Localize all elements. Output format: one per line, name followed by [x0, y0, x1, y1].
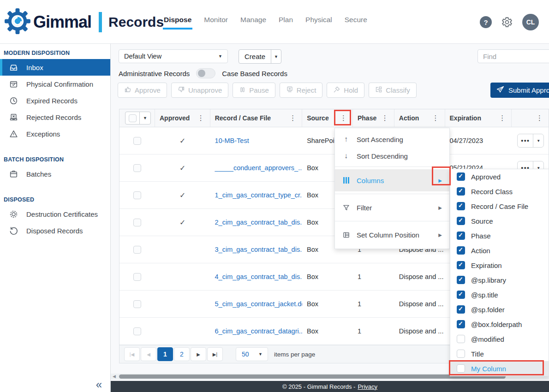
hold-button[interactable]: Hold — [327, 83, 364, 98]
select-all-control[interactable]: ▼ — [125, 112, 151, 125]
source-column-menu-icon[interactable]: ⋮ — [338, 114, 349, 122]
select-all-caret-icon[interactable]: ▼ — [139, 112, 150, 124]
nav-tab-physical[interactable]: Physical — [305, 16, 332, 30]
nav-tab-manage[interactable]: Manage — [240, 16, 266, 30]
checked-checkbox-icon[interactable] — [457, 217, 465, 225]
nav-tab-monitor[interactable]: Monitor — [204, 16, 228, 30]
checked-checkbox-icon[interactable] — [457, 305, 465, 314]
record-link[interactable]: 1_cim_gas_contract_type_cr... — [215, 191, 303, 199]
checked-checkbox-icon[interactable] — [457, 187, 465, 196]
row-actions-column-menu-icon[interactable]: ⋮ — [534, 114, 545, 122]
settings-gear-icon[interactable] — [501, 16, 513, 28]
record-link[interactable]: 4_cim_gas_contract_tab_dis... — [215, 273, 303, 280]
create-button[interactable]: Create ▼ — [239, 49, 281, 64]
record-link[interactable]: 6_cim_gas_contract_datagri... — [215, 327, 303, 335]
menu-item-filter[interactable]: Filter ▶ — [335, 196, 449, 219]
record-link[interactable]: 3_cim_gas_contract_tab_dis... — [215, 246, 303, 253]
column-toggle-phase[interactable]: Phase — [450, 228, 549, 243]
unapprove-button[interactable]: Unapprove — [171, 83, 228, 98]
column-toggle-sp-folder[interactable]: @sp.folder — [450, 302, 549, 317]
first-page-button[interactable]: |◀ — [124, 347, 140, 361]
row-checkbox[interactable] — [133, 246, 141, 254]
column-toggle-action[interactable]: Action — [450, 243, 549, 258]
row-checkbox[interactable] — [133, 327, 141, 335]
checked-checkbox-icon[interactable] — [457, 232, 465, 240]
find-input[interactable] — [477, 49, 549, 63]
sidebar-item-physical-confirmation[interactable]: Physical Confirmation — [0, 76, 110, 92]
row-checkbox[interactable] — [133, 219, 141, 226]
action-column-menu-icon[interactable]: ⋮ — [430, 114, 441, 122]
checked-checkbox-icon[interactable] — [457, 320, 465, 328]
reject-button[interactable]: Reject — [280, 83, 323, 98]
pause-button[interactable]: Pause — [233, 83, 275, 98]
page-size-dropdown[interactable]: 50 ▼ — [236, 347, 268, 361]
column-toggle-source[interactable]: Source — [450, 214, 549, 228]
checked-checkbox-icon[interactable] — [457, 246, 465, 255]
row-checkbox[interactable] — [133, 191, 141, 199]
menu-item-sort-descending[interactable]: ↓ Sort Descending — [335, 148, 449, 164]
sidebar-item-batches[interactable]: Batches — [0, 166, 110, 182]
column-toggle-sp-title[interactable]: @sp.title — [450, 287, 549, 302]
classify-button[interactable]: Classify — [369, 83, 417, 98]
record-link[interactable]: _____conduent_approvers_... — [215, 164, 303, 172]
sidebar-item-disposed-records[interactable]: Disposed Records — [0, 222, 110, 239]
column-toggle-approved[interactable]: Approved — [450, 169, 549, 184]
column-toggle-my-column[interactable]: My Column — [450, 361, 549, 376]
scrollbar-thumb[interactable] — [119, 374, 506, 379]
sidebar-item-rejected-records[interactable]: Rejected Records — [0, 109, 110, 125]
row-menu-button[interactable]: ●●● ▼ — [517, 134, 544, 148]
nav-tab-secure[interactable]: Secure — [345, 16, 367, 30]
menu-item-set-column-position[interactable]: Set Column Position ▶ — [335, 224, 449, 246]
sidebar-collapse-icon[interactable]: « — [96, 378, 102, 391]
record-link[interactable]: 5_cim_gas_contract_jacket.dql — [215, 300, 303, 308]
row-checkbox[interactable] — [133, 300, 141, 308]
unchecked-checkbox-icon[interactable] — [457, 335, 465, 343]
record-link[interactable]: 10-MB-Test — [215, 137, 249, 144]
checked-checkbox-icon[interactable] — [457, 276, 465, 284]
last-page-button[interactable]: ▶| — [207, 347, 223, 361]
checked-checkbox-icon[interactable] — [457, 261, 465, 269]
previous-page-button[interactable]: ◀ — [141, 347, 156, 361]
column-toggle-title[interactable]: Title — [450, 346, 549, 361]
submit-approval-button[interactable]: Submit Approval — [490, 83, 549, 98]
expiration-column-menu-icon[interactable]: ⋮ — [497, 114, 507, 122]
column-toggle-record-class[interactable]: Record Class — [450, 184, 549, 199]
row-checkbox[interactable] — [133, 164, 141, 172]
column-toggle-expiration[interactable]: Expiration — [450, 258, 549, 273]
approved-column-menu-icon[interactable]: ⋮ — [196, 114, 206, 122]
scroll-left-icon[interactable]: ◀ — [113, 374, 116, 379]
column-toggle-box-folderpath[interactable]: @box.folderpath — [450, 317, 549, 332]
approve-button[interactable]: Approve — [118, 83, 167, 98]
page-1-button[interactable]: 1 — [157, 347, 173, 361]
nav-tab-dispose[interactable]: Dispose — [164, 16, 191, 30]
column-toggle-record-case-file[interactable]: Record / Case File — [450, 199, 549, 214]
sidebar-item-inbox[interactable]: Inbox — [0, 59, 110, 76]
unchecked-checkbox-icon[interactable] — [457, 364, 465, 373]
create-dropdown-caret[interactable]: ▼ — [271, 50, 281, 63]
menu-item-sort-ascending[interactable]: ↑ Sort Ascending — [335, 131, 449, 148]
record-link[interactable]: 2_cim_gas_contract_tab_dis... — [215, 219, 303, 226]
checked-checkbox-icon[interactable] — [457, 291, 465, 299]
row-menu-caret-icon[interactable]: ▼ — [533, 134, 543, 147]
column-toggle-sp-library[interactable]: @sp.library — [450, 273, 549, 287]
unchecked-checkbox-icon[interactable] — [457, 350, 465, 358]
row-checkbox[interactable] — [133, 137, 141, 145]
view-select-dropdown[interactable]: Default View ▼ — [119, 49, 228, 63]
record-column-menu-icon[interactable]: ⋮ — [287, 114, 298, 122]
page-2-button[interactable]: 2 — [174, 347, 190, 361]
sidebar-item-exceptions[interactable]: Exceptions — [0, 125, 110, 142]
sidebar-item-destruction-certificates[interactable]: Destruction Certificates — [0, 206, 110, 222]
sidebar-item-expired-records[interactable]: Expired Records — [0, 92, 110, 109]
row-checkbox[interactable] — [133, 273, 141, 281]
user-avatar[interactable]: CL — [522, 14, 539, 30]
phase-column-menu-icon[interactable]: ⋮ — [380, 114, 390, 122]
nav-tab-plan[interactable]: Plan — [279, 16, 293, 30]
checked-checkbox-icon[interactable] — [457, 172, 465, 181]
checked-checkbox-icon[interactable] — [457, 202, 465, 210]
select-all-checkbox[interactable] — [125, 112, 139, 124]
next-page-button[interactable]: ▶ — [191, 347, 206, 361]
privacy-link[interactable]: Privacy — [358, 383, 377, 390]
menu-item-columns[interactable]: Columns ▶ — [335, 169, 449, 191]
record-type-toggle[interactable] — [196, 68, 215, 78]
column-toggle-modified[interactable]: @modified — [450, 332, 549, 346]
